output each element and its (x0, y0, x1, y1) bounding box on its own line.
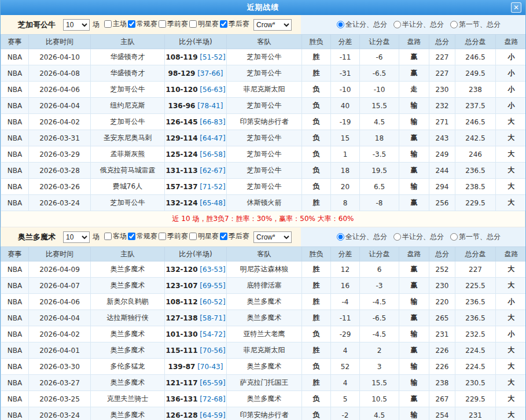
radio-input[interactable] (337, 233, 344, 241)
odds-source-select[interactable]: Crow* (253, 19, 292, 31)
half-score: [60-52] (198, 298, 226, 306)
total-cell: 243 (429, 130, 455, 146)
scope-radio[interactable]: 全让分、总分 (337, 232, 387, 242)
score-cell: 126-128 [64-59] (165, 407, 227, 420)
game-row: NBA2026-04-10华盛顿奇才108-119 [51-52]芝加哥公牛胜-… (1, 49, 526, 65)
handicap-result-cell: 赢 (399, 195, 429, 211)
close-icon[interactable]: ✕ (511, 2, 521, 13)
checkbox-input[interactable] (159, 20, 166, 28)
checkbox-input[interactable] (104, 20, 112, 28)
away-team-cell: 萨克拉门托国王 (227, 375, 302, 391)
handicap-result-cell: 输 (399, 98, 429, 114)
team-section: 奥兰多魔术 10 场 客场常规赛季前赛明星赛季后赛 Crow* 全让分、总分半让… (1, 227, 525, 420)
game-row: NBA2026-04-04达拉斯独行侠127-138 [58-71]奥兰多魔术胜… (1, 310, 526, 326)
filter-checkbox[interactable]: 常规赛 (128, 231, 157, 241)
result-cell: 负 (302, 163, 331, 179)
filter-checkbox[interactable]: 明星赛 (189, 19, 219, 29)
radio-input[interactable] (337, 21, 344, 28)
diff-cell: -11 (331, 49, 360, 65)
league-cell: NBA (1, 294, 29, 310)
full-score: 110-120 (165, 86, 197, 94)
handicap-cell: 15.5 (360, 375, 399, 391)
total-cell: 256 (429, 195, 455, 211)
result-cell: 负 (302, 146, 331, 163)
diff-cell: 15 (331, 130, 360, 146)
filter-checkbox[interactable]: 季前赛 (159, 19, 188, 29)
handicap-result-cell: 输 (399, 359, 429, 375)
total-line-cell: 236.5 (455, 163, 496, 179)
scope-radio[interactable]: 第一节、总分 (450, 232, 501, 242)
scope-radio[interactable]: 第一节、总分 (450, 20, 501, 30)
league-cell: NBA (1, 163, 29, 179)
full-score: 132-120 (165, 266, 197, 274)
checkbox-input[interactable] (159, 233, 166, 240)
handicap-cell: -6.5 (360, 65, 399, 82)
filter-checkbox[interactable]: 季后赛 (220, 231, 249, 241)
total-line-cell: 224.5 (455, 359, 496, 375)
score-cell: 108-119 [51-52] (165, 49, 227, 65)
radio-input[interactable] (393, 21, 401, 28)
games-count-select[interactable]: 10 (63, 231, 90, 243)
total-cell: 227 (429, 49, 455, 65)
total-line-cell: 230.5 (455, 375, 496, 391)
radio-input[interactable] (450, 233, 458, 241)
half-score: [78-41] (195, 102, 223, 110)
game-row: NBA2026-04-08华盛顿奇才98-129 [37-66]芝加哥公牛胜-3… (1, 65, 526, 82)
full-score: 136-131 (165, 395, 197, 403)
recent-results-panel: 近期战绩 ✕ 芝加哥公牛 10 场 主场常规赛季前赛明星赛季后赛 Crow* 全… (0, 0, 526, 420)
sections-container: 芝加哥公牛 10 场 主场常规赛季前赛明星赛季后赛 Crow* 全让分、总分半让… (1, 15, 525, 420)
filter-checkbox[interactable]: 常规赛 (128, 19, 157, 29)
diff-cell: -10 (331, 82, 360, 98)
half-score: [71-52] (198, 183, 226, 191)
half-score: [51-52] (198, 53, 226, 61)
checkbox-input[interactable] (220, 20, 227, 28)
league-cell: NBA (1, 342, 29, 359)
full-score: 121-117 (165, 379, 197, 387)
handicap-result-cell: 输 (399, 114, 429, 130)
scope-radio[interactable]: 半让分、总分 (393, 232, 444, 242)
scope-radio[interactable]: 半让分、总分 (393, 20, 444, 30)
checkbox-input[interactable] (104, 233, 112, 240)
checkbox-input[interactable] (128, 20, 135, 28)
filter-checkbox[interactable]: 明星赛 (189, 231, 219, 241)
diff-cell: 12 (331, 261, 360, 278)
date-cell: 2026-04-06 (29, 82, 91, 98)
total-line-cell: 227 (455, 261, 496, 278)
away-team-cell: 亚特兰大老鹰 (227, 326, 302, 342)
total-cell: 231 (429, 326, 455, 342)
filter-bar: 芝加哥公牛 10 场 主场常规赛季前赛明星赛季后赛 Crow* 全让分、总分半让… (1, 15, 525, 34)
odds-source-select[interactable]: Crow* (253, 231, 292, 243)
handicap-result-cell: 输 (399, 375, 429, 391)
ou-cell: 小 (496, 294, 526, 310)
scope-radio[interactable]: 全让分、总分 (337, 20, 387, 30)
filter-checkbox[interactable]: 季后赛 (220, 19, 249, 29)
date-cell: 2026-03-26 (29, 179, 91, 195)
result-cell: 胜 (302, 195, 331, 211)
games-count-select[interactable]: 10 (63, 19, 90, 31)
filter-checkbox[interactable]: 季前赛 (159, 231, 188, 241)
checkbox-input[interactable] (189, 20, 197, 28)
league-cell: NBA (1, 359, 29, 375)
total-cell: 294 (429, 179, 455, 195)
score-cell: 108-112 [60-52] (165, 294, 227, 310)
handicap-cell: -3.5 (360, 146, 399, 163)
game-row: NBA2026-04-01奥兰多魔术115-111 [70-56]菲尼克斯太阳胜… (1, 342, 526, 359)
away-team-cell: 印第安纳步行者 (227, 407, 302, 420)
handicap-cell: 6.5 (360, 179, 399, 195)
filter-checkbox[interactable]: 主场 (104, 19, 127, 29)
checkbox-input[interactable] (189, 233, 197, 240)
handicap-result-cell: 赢 (399, 163, 429, 179)
handicap-result-cell: 赢 (399, 310, 429, 326)
full-score: 129-114 (165, 134, 197, 142)
total-cell: 238 (429, 375, 455, 391)
checkbox-input[interactable] (128, 233, 135, 240)
total-line-cell: 225.5 (455, 278, 496, 294)
total-cell: 226 (429, 359, 455, 375)
radio-input[interactable] (450, 21, 458, 28)
filter-checkbox[interactable]: 客场 (104, 231, 127, 241)
checkbox-input[interactable] (220, 233, 227, 240)
game-row: NBA2026-04-07奥兰多魔术123-107 [69-55]底特律活塞胜1… (1, 278, 526, 294)
game-row: NBA2026-03-26费城76人157-137 [71-52]芝加哥公牛负2… (1, 179, 526, 195)
ou-cell: 小 (496, 326, 526, 342)
radio-input[interactable] (393, 233, 401, 241)
